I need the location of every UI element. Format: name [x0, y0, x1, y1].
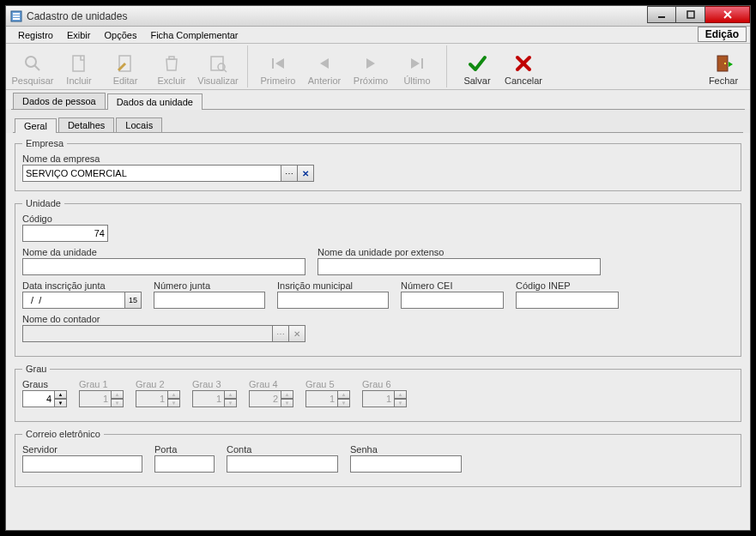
g3-up: ▲ [224, 390, 237, 399]
edit-button[interactable]: Editar [102, 45, 148, 87]
window-controls [647, 7, 750, 26]
input-servidor[interactable] [22, 455, 142, 473]
label-codigo: Código [22, 214, 108, 224]
clear-empresa-button[interactable]: ✕ [297, 165, 314, 182]
spacer [547, 45, 700, 87]
graus-up[interactable]: ▲ [54, 390, 67, 399]
label-codigo-inep: Código INEP [516, 280, 619, 291]
last-label: Último [403, 75, 430, 86]
input-codigo[interactable] [22, 225, 108, 242]
graus-down[interactable]: ▼ [54, 399, 67, 407]
input-nome-unidade[interactable] [22, 258, 305, 275]
new-button[interactable]: Incluir [56, 45, 102, 87]
svg-point-15 [218, 63, 225, 70]
g2-up: ▲ [167, 390, 180, 399]
maximize-button[interactable] [676, 6, 705, 23]
prev-label: Anterior [308, 75, 342, 86]
subtab-geral[interactable]: Geral [15, 118, 57, 133]
label-graus: Graus [22, 379, 67, 389]
lookup-empresa-button[interactable]: ⋯ [281, 165, 298, 182]
titlebar: Cadastro de unidades [6, 6, 750, 27]
svg-line-16 [224, 69, 227, 72]
input-porta[interactable] [154, 455, 215, 473]
input-senha[interactable] [350, 455, 462, 473]
prev-button[interactable]: Anterior [301, 45, 348, 87]
save-label: Salvar [463, 75, 490, 86]
svg-marker-20 [366, 58, 375, 69]
next-icon [359, 51, 383, 75]
new-label: Incluir [66, 75, 91, 86]
g1-up: ▲ [111, 390, 124, 399]
app-icon [9, 9, 23, 23]
next-label: Próximo [354, 75, 388, 86]
spin-grau4: ▲▼ [249, 390, 293, 407]
close-label: Fechar [709, 75, 738, 86]
tab-dados-unidade[interactable]: Dados da unidade [107, 93, 203, 110]
label-numero-junta: Número junta [154, 280, 265, 291]
subtab-locais[interactable]: Locais [116, 117, 162, 132]
subtab-detalhes[interactable]: Detalhes [58, 117, 114, 132]
spin-grau3: ▲▼ [192, 390, 237, 407]
search-button[interactable]: Pesquisar [9, 45, 56, 87]
save-button[interactable]: Salvar [454, 45, 500, 87]
input-nome-empresa[interactable] [22, 165, 281, 182]
legend-unidade: Unidade [22, 198, 64, 208]
input-inscricao-municipal[interactable] [277, 292, 389, 309]
group-grau: Grau Graus ▲▼ Grau 1 ▲▼ [15, 364, 741, 422]
menu-opcoes[interactable]: Opções [97, 28, 143, 42]
g6-down: ▼ [394, 399, 407, 407]
menu-registro[interactable]: Registro [11, 28, 60, 42]
g1-down: ▼ [111, 399, 124, 407]
input-grau1 [79, 390, 112, 407]
minimize-button[interactable] [647, 6, 676, 23]
close-window-button[interactable] [705, 6, 750, 23]
menu-exibir[interactable]: Exibir [60, 28, 98, 42]
close-button[interactable]: Fechar [700, 45, 747, 87]
input-grau2 [136, 390, 168, 407]
date-inscricao-wrap: 15 [22, 292, 142, 309]
input-data-inscricao[interactable] [22, 292, 125, 309]
svg-line-9 [34, 65, 39, 70]
label-grau4: Grau 4 [249, 379, 293, 389]
spin-grau5: ▲▼ [305, 390, 350, 407]
svg-rect-3 [13, 18, 20, 20]
next-button[interactable]: Próximo [348, 45, 394, 87]
last-button[interactable]: Último [394, 45, 440, 87]
g6-up: ▲ [394, 390, 407, 399]
document-icon [67, 51, 91, 75]
lookup-contador-button[interactable]: ⋯ [272, 325, 289, 342]
edit-label: Editar [113, 75, 138, 86]
svg-rect-17 [272, 58, 274, 69]
label-grau5: Grau 5 [305, 379, 350, 389]
input-conta[interactable] [227, 455, 338, 473]
spin-grau6: ▲▼ [362, 390, 407, 407]
svg-rect-26 [724, 63, 726, 64]
label-nome-empresa: Nome da empresa [22, 154, 734, 164]
first-button[interactable]: Primeiro [255, 45, 301, 87]
input-numero-junta[interactable] [154, 292, 265, 309]
label-grau6: Grau 6 [362, 379, 407, 389]
cancel-button[interactable]: Cancelar [500, 45, 547, 87]
svg-marker-27 [729, 62, 733, 67]
input-numero-cei[interactable] [401, 292, 504, 309]
menu-ficha-complementar[interactable]: Ficha Complementar [143, 28, 245, 42]
input-grau3 [192, 390, 225, 407]
label-grau3: Grau 3 [192, 379, 237, 389]
window-title: Cadastro de unidades [27, 10, 647, 22]
clear-contador-button[interactable]: ✕ [288, 325, 305, 342]
label-senha: Senha [350, 444, 462, 455]
view-button[interactable]: Visualizar [195, 45, 241, 87]
group-email: Correio eletrônico Servidor Porta Conta [15, 429, 741, 487]
calendar-button[interactable]: 15 [124, 292, 142, 309]
input-grau5 [305, 390, 338, 407]
tab-dados-pessoa[interactable]: Dados de pessoa [13, 93, 106, 109]
svg-marker-19 [320, 58, 329, 69]
input-grau6 [362, 390, 395, 407]
input-graus[interactable] [22, 390, 55, 407]
label-inscricao-municipal: Insrição municipal [277, 280, 389, 291]
input-codigo-inep[interactable] [516, 292, 619, 309]
delete-button[interactable]: Excluir [148, 45, 195, 87]
legend-email: Correio eletrônico [22, 429, 104, 439]
input-nome-unidade-ext[interactable] [318, 258, 601, 275]
label-porta: Porta [154, 444, 215, 455]
